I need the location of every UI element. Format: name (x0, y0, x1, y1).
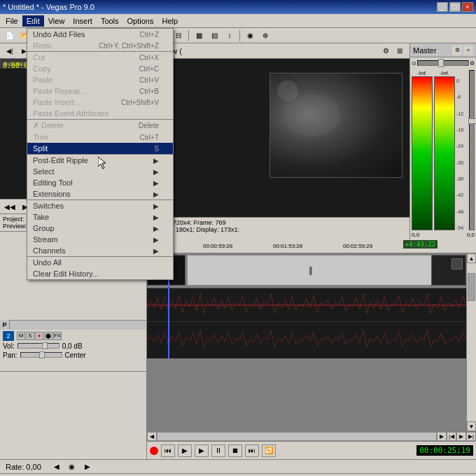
rate-prev[interactable]: ◀ (50, 461, 64, 473)
menu-editing-tool[interactable]: Editing Tool ▶ (27, 177, 173, 188)
menu-edit[interactable]: Edit (22, 15, 44, 27)
master-level-fader[interactable] (469, 70, 475, 230)
scroll-right-2[interactable]: |◀ (447, 432, 456, 441)
menu-options[interactable]: Options (123, 15, 158, 27)
menu-tools[interactable]: Tools (97, 15, 123, 27)
track-record-btn[interactable]: ● (35, 332, 43, 340)
menu-cut: Cut Ctrl+X (27, 52, 173, 63)
menu-undo[interactable]: Undo Add Files Ctrl+Z (27, 29, 173, 40)
menu-view[interactable]: View (44, 15, 69, 27)
vol-value: 0,0 dB (62, 342, 83, 350)
track-mute-btn[interactable]: M (17, 332, 25, 340)
level-fader-thumb (468, 118, 476, 124)
track-number: 2 (3, 331, 14, 341)
menu-switches[interactable]: Switches ▶ (27, 200, 173, 211)
rate-next[interactable]: ▶ (80, 461, 94, 473)
transport-ff[interactable]: ⏭ (245, 444, 259, 457)
pan-slider[interactable] (20, 352, 62, 358)
h-scrollbar[interactable]: ◀ ▶ |◀ ▶ ▶| (147, 431, 476, 441)
preview-info-line1: Project: 720x4: Frame: 769 (150, 219, 407, 226)
menu-insert[interactable]: Insert (69, 15, 97, 27)
menu-trim: Trim Ctrl+T (27, 132, 173, 143)
master-controls: ⊙ ⚙ (410, 57, 476, 69)
tb-sep-5 (239, 30, 240, 41)
preview-settings-btn[interactable]: ⚙ (379, 45, 393, 57)
audio-cursor (168, 288, 169, 358)
rate-bar: Rate: 0,00 ◀ ◉ ▶ (0, 459, 476, 473)
waveform-lower (147, 323, 466, 357)
menu-extensions[interactable]: Extensions ▶ (27, 188, 173, 200)
scroll-left-btn[interactable]: ◀ (147, 432, 157, 441)
scroll-right-end[interactable]: ▶| (466, 432, 476, 441)
menu-section-1: Undo Add Files Ctrl+Z Redo Ctrl+Y, Ctrl+… (27, 29, 173, 52)
menu-paste: Paste Ctrl+V (27, 74, 173, 85)
track-controls: M S ● ⬤ FX (17, 332, 62, 340)
master-fader[interactable] (417, 60, 469, 66)
menu-group[interactable]: Group ▶ (27, 223, 173, 234)
menu-stream[interactable]: Stream ▶ (27, 234, 173, 245)
preview-split-btn[interactable]: ⊞ (393, 45, 407, 57)
master-panel: Master ⚙ × ⊙ ⚙ (410, 43, 476, 239)
menu-help[interactable]: Help (158, 15, 182, 27)
tb-btn10[interactable]: ◉ (243, 29, 257, 42)
video-clip-main: ▐ (187, 255, 432, 286)
rate-center[interactable]: ◉ (65, 461, 79, 473)
audio-track (147, 288, 466, 358)
status-bar: Splits the selected events at the cursor… (0, 473, 476, 476)
tb-btn6[interactable]: ⊟ (172, 29, 186, 42)
vol-slider-thumb (42, 342, 48, 349)
menu-clear-edit-history[interactable]: Clear Edit History... (27, 268, 173, 279)
master-close-btn[interactable]: × (463, 46, 473, 55)
transport-timecode: 00:00:25;19 (416, 445, 473, 456)
master-title: Master (413, 46, 437, 55)
close-button[interactable]: × (462, 2, 473, 12)
menu-split[interactable]: Split S (27, 143, 173, 154)
track-pan-row: Pan: Center (3, 351, 144, 359)
tb-new[interactable]: 📄 (3, 29, 17, 42)
transport-loop[interactable]: 🔁 (262, 444, 276, 457)
transport-play[interactable]: ▶ (178, 444, 192, 457)
v-scrollbar[interactable]: ▲ ▼ (466, 253, 476, 431)
tb-btn9[interactable]: ↕ (223, 29, 237, 42)
track-header-top: 2 M S ● ⬤ FX (3, 331, 144, 341)
scroll-up-btn[interactable]: ▲ (467, 253, 476, 263)
transport-rewind[interactable]: ⏮ (161, 444, 175, 457)
prev-ctrl-1[interactable]: ◀◀ (3, 200, 17, 213)
menu-paste-event-attributes: Paste Event Attributes (27, 108, 173, 119)
timeline-section: 00:00 00:00:59;28 00:01:53;28 00:02:59;2… (147, 239, 476, 459)
black-clip-right (431, 255, 466, 286)
scroll-right-3[interactable]: ▶ (456, 432, 466, 441)
scroll-down-btn[interactable]: ▼ (467, 421, 476, 431)
tb-btn8[interactable]: ▤ (207, 29, 221, 42)
h-scroll-track[interactable] (157, 432, 437, 441)
window-title: * Untitled * - Vegas Pro 9.0 (3, 3, 94, 11)
preview-info-panel: Project: 720x4: Frame: 769 Preview: 180x… (147, 217, 410, 239)
preview-info-line2: Preview: 180x1; Display: 173x1: (150, 226, 407, 233)
transport-play2[interactable]: ▶ (195, 444, 209, 457)
menu-post-edit-ripple[interactable]: Post-Edit Ripple ▶ (27, 155, 173, 166)
vol-slider[interactable] (18, 343, 59, 349)
track-fx-btn[interactable]: FX (53, 332, 62, 340)
waveform-upper (147, 288, 466, 322)
track-arm-btn[interactable]: ⬤ (44, 332, 52, 340)
menu-file[interactable]: File (1, 15, 22, 27)
record-btn[interactable] (150, 447, 158, 455)
preview-tb-left-1[interactable]: ◀| (3, 45, 16, 57)
track-solo-btn[interactable]: S (26, 332, 34, 340)
menu-channels[interactable]: Channels ▶ (27, 245, 173, 256)
minimize-button[interactable]: _ (437, 2, 448, 12)
scroll-right-1[interactable]: ▶ (437, 432, 447, 441)
maximize-button[interactable]: □ (449, 2, 461, 12)
menu-delete: ✗ Delete Delete (27, 120, 173, 132)
menu-select[interactable]: Select ▶ (27, 166, 173, 177)
tb-btn7[interactable]: ▦ (192, 29, 206, 42)
vu-meters: -Inf. -Inf. 0 -6 (410, 69, 476, 239)
master-fader-thumb (438, 59, 444, 67)
tb-btn11[interactable]: ⊕ (258, 29, 272, 42)
menu-take[interactable]: Take ▶ (27, 211, 173, 223)
menu-undo-all[interactable]: Undo All (27, 257, 173, 268)
transport-stop[interactable]: ⏹ (228, 444, 242, 457)
transport-pause[interactable]: ⏸ (211, 444, 225, 457)
master-settings-btn[interactable]: ⚙ (452, 46, 462, 55)
scroll-thumb[interactable] (468, 273, 475, 301)
